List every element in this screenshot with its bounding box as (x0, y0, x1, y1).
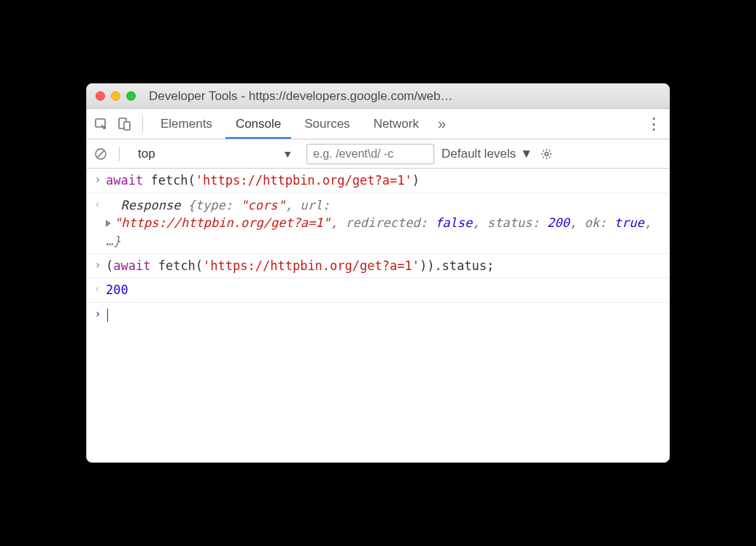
console-filter-bar: top ▼ Default levels ▼ (87, 139, 669, 169)
device-toolbar-icon[interactable] (115, 114, 135, 134)
svg-rect-0 (96, 119, 105, 127)
console-settings-icon[interactable] (540, 147, 553, 161)
window-minimize-button[interactable] (111, 91, 120, 101)
execution-context-selector[interactable]: top ▼ (131, 143, 299, 165)
svg-point-5 (545, 152, 548, 155)
chevron-down-icon: ▼ (282, 148, 293, 160)
devtools-window: Developer Tools - https://developers.goo… (86, 83, 670, 463)
code-line: Response {type: "cors", url: "https://ht… (106, 196, 665, 250)
console-output-row[interactable]: › Response {type: "cors", url: "https://… (87, 193, 669, 254)
text-cursor (107, 309, 108, 322)
svg-line-4 (98, 150, 104, 157)
active-prompt-icon: › (90, 306, 106, 320)
inspect-element-icon[interactable] (91, 114, 112, 134)
code-line: await fetch('https://httpbin.org/get?a=1… (106, 172, 665, 190)
expand-object-icon[interactable] (106, 220, 111, 227)
input-prompt-icon: › (90, 172, 106, 186)
tab-network[interactable]: Network (363, 109, 429, 139)
main-toolbar: Elements Console Sources Network » ⋮ (87, 109, 669, 139)
toolbar-separator (142, 115, 143, 133)
output-prompt-icon: › (90, 196, 106, 211)
svg-rect-2 (124, 122, 130, 130)
console-input-row[interactable]: › (await fetch('https://httpbin.org/get?… (87, 254, 669, 279)
log-levels-selector[interactable]: Default levels ▼ (441, 147, 533, 161)
titlebar[interactable]: Developer Tools - https://developers.goo… (87, 84, 669, 109)
context-value: top (138, 147, 155, 161)
console-input-row[interactable]: › await fetch('https://httpbin.org/get?a… (87, 169, 669, 193)
panel-tabs: Elements Console Sources Network » (150, 109, 640, 139)
tab-console[interactable]: Console (225, 109, 291, 139)
window-zoom-button[interactable] (126, 91, 136, 101)
console-input[interactable] (106, 306, 665, 324)
code-line: (await fetch('https://httpbin.org/get?a=… (106, 257, 665, 275)
filter-separator (119, 147, 120, 161)
window-title: Developer Tools - https://developers.goo… (149, 89, 660, 104)
console-output-row[interactable]: › 200 (87, 278, 669, 303)
levels-label: Default levels (441, 147, 516, 161)
console-output[interactable]: › await fetch('https://httpbin.org/get?a… (87, 169, 669, 462)
input-prompt-icon: › (90, 257, 106, 272)
filter-input[interactable] (306, 144, 434, 164)
clear-console-icon[interactable] (94, 147, 107, 161)
console-active-prompt[interactable]: › (87, 303, 669, 327)
code-line: 200 (106, 281, 665, 299)
chevron-down-icon: ▼ (520, 147, 533, 161)
output-prompt-icon: › (90, 281, 106, 296)
window-close-button[interactable] (96, 91, 105, 101)
more-tabs-button[interactable]: » (432, 115, 452, 132)
overflow-menu-button[interactable]: ⋮ (643, 115, 665, 134)
tab-sources[interactable]: Sources (294, 109, 360, 139)
tab-elements[interactable]: Elements (150, 109, 223, 139)
